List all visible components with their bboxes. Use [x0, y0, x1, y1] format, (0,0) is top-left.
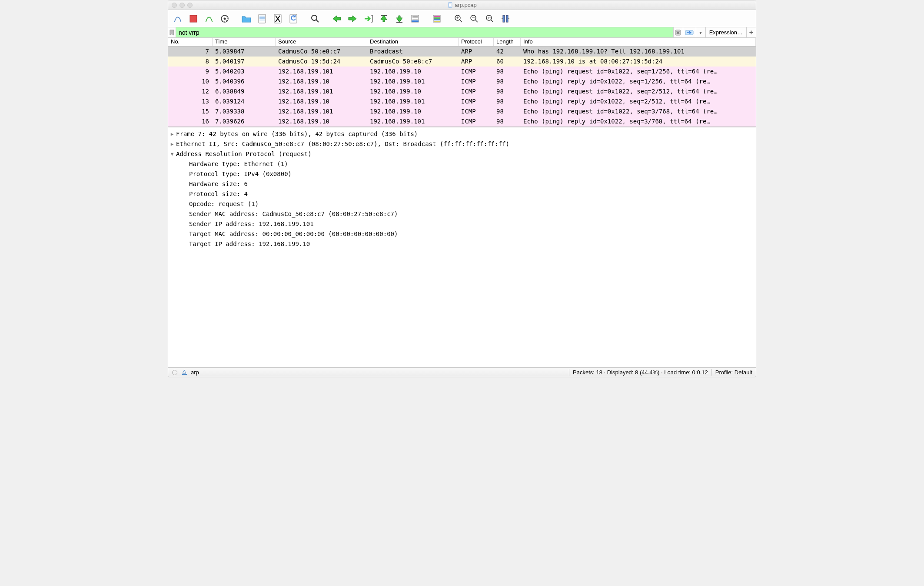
- svg-rect-1: [190, 15, 197, 22]
- col-proto[interactable]: Protocol: [459, 38, 494, 46]
- open-file-button[interactable]: [239, 12, 253, 25]
- detail-field[interactable]: Protocol size: 4: [168, 189, 756, 199]
- cell-time: 5.040396: [213, 77, 276, 87]
- capture-status-icon: [172, 370, 178, 376]
- display-filter-input[interactable]: [176, 27, 673, 37]
- expression-button[interactable]: Expression…: [705, 27, 746, 37]
- cell-no: 7: [168, 47, 213, 57]
- cell-no: 9: [168, 67, 213, 77]
- close-file-button[interactable]: [271, 12, 285, 25]
- col-time[interactable]: Time: [213, 38, 276, 46]
- toolbar: 1:1: [168, 10, 756, 27]
- cell-dst: 192.168.199.10: [367, 87, 459, 97]
- detail-field[interactable]: Sender IP address: 192.168.199.101: [168, 219, 756, 229]
- maximize-window-button[interactable]: [187, 3, 193, 8]
- bookmark-icon[interactable]: [168, 27, 176, 37]
- packet-list-header: No. Time Source Destination Protocol Len…: [168, 38, 756, 47]
- stop-capture-button[interactable]: [186, 12, 200, 25]
- packet-details[interactable]: ▶Frame 7: 42 bytes on wire (336 bits), 4…: [168, 128, 756, 367]
- go-last-button[interactable]: [392, 12, 406, 25]
- zoom-reset-button[interactable]: 1:1: [483, 12, 497, 25]
- col-dest[interactable]: Destination: [367, 38, 459, 46]
- svg-rect-13: [434, 19, 440, 20]
- table-row[interactable]: 136.039124192.168.199.10192.168.199.101I…: [168, 97, 756, 107]
- go-forward-button[interactable]: [346, 12, 359, 25]
- cell-src: 192.168.199.10: [276, 77, 367, 87]
- status-profile[interactable]: Profile: Default: [711, 369, 756, 376]
- cell-time: 5.039847: [213, 47, 276, 57]
- table-row[interactable]: 167.039626192.168.199.10192.168.199.101I…: [168, 117, 756, 127]
- expert-info-icon[interactable]: [181, 370, 187, 376]
- clear-filter-button[interactable]: [673, 27, 683, 37]
- start-capture-button[interactable]: [171, 12, 185, 25]
- cell-len: 98: [494, 117, 521, 127]
- go-to-packet-button[interactable]: [361, 12, 375, 25]
- window-controls: [168, 3, 193, 8]
- resize-columns-button[interactable]: [499, 12, 512, 25]
- auto-scroll-button[interactable]: [408, 12, 422, 25]
- cell-src: CadmusCo_50:e8:c7: [276, 47, 367, 57]
- minimize-window-button[interactable]: [179, 3, 185, 8]
- cell-src: 192.168.199.101: [276, 107, 367, 117]
- cell-src: 192.168.199.101: [276, 67, 367, 77]
- filter-history-dropdown[interactable]: ▾: [696, 27, 705, 37]
- cell-info: Echo (ping) reply id=0x1022, seq=2/512, …: [521, 97, 756, 107]
- table-row[interactable]: 157.039338192.168.199.101192.168.199.10I…: [168, 107, 756, 117]
- detail-field[interactable]: Target MAC address: 00:00:00_00:00:00 (0…: [168, 229, 756, 239]
- cell-dst: 192.168.199.10: [367, 67, 459, 77]
- cell-proto: ICMP: [459, 77, 494, 87]
- svg-rect-23: [182, 374, 187, 375]
- svg-rect-14: [434, 21, 440, 22]
- find-button[interactable]: [308, 12, 322, 25]
- detail-frame: Frame 7: 42 bytes on wire (336 bits), 42…: [176, 129, 418, 139]
- detail-field[interactable]: Hardware size: 6: [168, 179, 756, 189]
- cell-src: 192.168.199.10: [276, 97, 367, 107]
- svg-rect-9: [412, 20, 419, 22]
- cell-dst: CadmusCo_50:e8:c7: [367, 57, 459, 67]
- cell-dst: 192.168.199.10: [367, 107, 459, 117]
- table-row[interactable]: 126.038849192.168.199.101192.168.199.10I…: [168, 87, 756, 97]
- col-len[interactable]: Length: [494, 38, 521, 46]
- svg-point-3: [224, 17, 226, 20]
- capture-options-button[interactable]: [218, 12, 232, 25]
- close-window-button[interactable]: [172, 3, 177, 8]
- status-proto: arp: [191, 369, 199, 376]
- detail-field[interactable]: Opcode: request (1): [168, 199, 756, 209]
- detail-field[interactable]: Target IP address: 192.168.199.10: [168, 239, 756, 249]
- cell-len: 98: [494, 107, 521, 117]
- table-row[interactable]: 85.040197CadmusCo_19:5d:24CadmusCo_50:e8…: [168, 57, 756, 67]
- table-row[interactable]: 105.040396192.168.199.10192.168.199.101I…: [168, 77, 756, 87]
- cell-info: Echo (ping) reply id=0x1022, seq=1/256, …: [521, 77, 756, 87]
- window-title: arp.pcap: [447, 2, 477, 8]
- packet-list[interactable]: 75.039847CadmusCo_50:e8:c7BroadcastARP42…: [168, 47, 756, 127]
- col-info[interactable]: Info: [521, 38, 756, 46]
- restart-capture-button[interactable]: [202, 12, 216, 25]
- reload-file-button[interactable]: [286, 12, 300, 25]
- cell-src: 192.168.199.10: [276, 117, 367, 127]
- col-source[interactable]: Source: [276, 38, 367, 46]
- detail-field[interactable]: Sender MAC address: CadmusCo_50:e8:c7 (0…: [168, 209, 756, 219]
- table-row[interactable]: 95.040203192.168.199.101192.168.199.10IC…: [168, 67, 756, 77]
- cell-no: 10: [168, 77, 213, 87]
- cell-no: 15: [168, 107, 213, 117]
- colorize-button[interactable]: [430, 12, 444, 25]
- cell-no: 13: [168, 97, 213, 107]
- add-filter-button[interactable]: +: [746, 27, 756, 37]
- collapse-icon[interactable]: ▼: [168, 149, 176, 159]
- detail-field[interactable]: Protocol type: IPv4 (0x0800): [168, 169, 756, 179]
- col-no[interactable]: No.: [168, 38, 213, 46]
- go-back-button[interactable]: [330, 12, 344, 25]
- detail-field[interactable]: Hardware type: Ethernet (1): [168, 159, 756, 169]
- cell-len: 42: [494, 47, 521, 57]
- table-row[interactable]: 75.039847CadmusCo_50:e8:c7BroadcastARP42…: [168, 47, 756, 57]
- cell-len: 60: [494, 57, 521, 67]
- save-file-button[interactable]: [255, 12, 269, 25]
- document-icon: [447, 2, 453, 8]
- cell-proto: ARP: [459, 47, 494, 57]
- go-first-button[interactable]: [377, 12, 391, 25]
- expand-icon[interactable]: ▶: [168, 129, 176, 139]
- zoom-in-button[interactable]: [452, 12, 465, 25]
- zoom-out-button[interactable]: [467, 12, 481, 25]
- expand-icon[interactable]: ▶: [168, 139, 176, 149]
- apply-filter-button[interactable]: [683, 27, 696, 37]
